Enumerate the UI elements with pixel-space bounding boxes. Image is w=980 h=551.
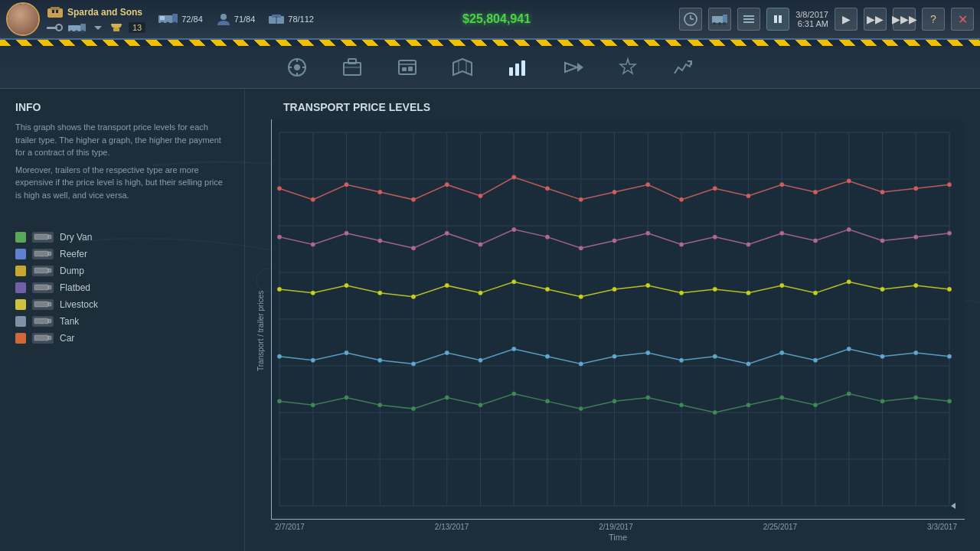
svg-point-203	[311, 403, 315, 407]
nav-finances[interactable]	[395, 55, 420, 80]
svg-point-172	[679, 291, 684, 295]
svg-point-213	[645, 395, 650, 399]
svg-rect-71	[34, 285, 48, 290]
drivers-stat-value: 71/84	[234, 15, 256, 24]
svg-point-202	[277, 399, 282, 403]
svg-point-184	[377, 358, 382, 363]
svg-point-62	[44, 240, 46, 242]
info-paragraph-2: Moreover, trailers of the respective typ…	[15, 164, 229, 202]
nav-stats[interactable]	[505, 55, 530, 80]
close-button[interactable]: ✕	[951, 8, 974, 31]
legend-label: Livestock	[60, 299, 98, 310]
svg-point-174	[746, 291, 751, 295]
svg-point-177	[847, 279, 851, 284]
svg-point-171	[645, 283, 650, 288]
svg-rect-80	[48, 319, 51, 323]
svg-point-123	[445, 182, 449, 187]
info-title: INFO	[15, 101, 229, 113]
svg-marker-58	[577, 63, 583, 72]
svg-point-191	[612, 354, 617, 359]
nav-marketing[interactable]	[560, 55, 585, 80]
legend-trailer-icon	[32, 232, 54, 243]
svg-rect-35	[743, 18, 754, 20]
y-axis-label: Transport / trailer prices	[253, 119, 268, 542]
svg-point-40	[294, 64, 300, 70]
svg-point-156	[847, 227, 851, 232]
main-content: INFO This graph shows the transport pric…	[0, 89, 980, 551]
svg-point-74	[44, 290, 46, 292]
help-button[interactable]: ?	[922, 8, 945, 31]
svg-point-221	[913, 395, 918, 399]
svg-point-178	[880, 287, 885, 292]
avatar[interactable]	[6, 2, 40, 36]
pause-button[interactable]	[766, 8, 789, 31]
nav-bar	[0, 46, 980, 89]
svg-rect-68	[48, 269, 51, 272]
speed-2x-button[interactable]: ▶▶	[864, 8, 887, 31]
toolbar-icon-cup	[109, 22, 124, 33]
svg-point-173	[713, 287, 717, 292]
nav-company[interactable]	[340, 55, 364, 80]
legend-trailer-icon	[32, 299, 54, 310]
svg-point-127	[579, 197, 583, 202]
chart-wrapper: Transport / trailer prices 2/7/2017 2/13…	[253, 119, 965, 542]
chart-title: TRANSPORT PRICE LEVELS	[283, 101, 965, 113]
svg-point-160	[277, 287, 282, 292]
svg-point-81	[37, 324, 39, 326]
legend-item: Car	[15, 333, 229, 344]
legend-label: Flatbed	[60, 282, 90, 293]
info-paragraph-1: This graph shows the transport price lev…	[15, 121, 229, 159]
legend-item: Livestock	[15, 299, 229, 310]
svg-point-119	[311, 197, 315, 202]
svg-rect-36	[743, 21, 754, 23]
svg-rect-56	[521, 60, 525, 76]
svg-point-144	[445, 231, 449, 236]
clock-button[interactable]	[679, 8, 702, 31]
notification-count: 13	[129, 22, 145, 33]
svg-rect-9	[68, 25, 80, 31]
nav-achievements[interactable]	[616, 55, 640, 80]
svg-point-185	[411, 362, 416, 367]
analytics-icon	[671, 55, 695, 80]
x-axis: 2/7/2017 2/13/2017 2/19/2017 2/25/2017 3…	[271, 523, 965, 542]
svg-point-69	[37, 273, 39, 276]
svg-point-33	[723, 22, 726, 25]
company-nav-icon	[340, 55, 364, 80]
svg-point-138	[947, 182, 952, 187]
time-value: 6:31 AM	[795, 19, 828, 28]
nav-dashboard[interactable]	[285, 55, 309, 80]
legend-color-swatch	[15, 249, 26, 259]
nav-map[interactable]	[450, 55, 475, 80]
nav-analytics[interactable]	[671, 55, 695, 80]
svg-rect-63	[34, 251, 48, 256]
legend-trailer-icon	[32, 249, 54, 259]
svg-rect-6	[56, 10, 58, 13]
chart-legend: Dry Van Reefer Dump	[15, 232, 229, 344]
svg-point-126	[545, 186, 550, 191]
svg-point-146	[511, 227, 516, 232]
svg-point-164	[411, 295, 416, 299]
company-section: Sparda and Sons 13	[46, 5, 145, 33]
svg-rect-72	[48, 285, 51, 289]
svg-point-143	[411, 246, 416, 250]
svg-rect-21	[160, 16, 165, 20]
svg-point-148	[579, 246, 583, 250]
svg-point-137	[913, 186, 918, 191]
svg-point-66	[44, 256, 46, 259]
truck-management-button[interactable]	[708, 8, 731, 31]
x-label-2: 2/19/2017	[599, 523, 633, 531]
legend-item: Dump	[15, 266, 229, 276]
trucks-stat-value: 72/84	[181, 15, 203, 24]
svg-point-154	[779, 231, 784, 236]
svg-point-169	[579, 295, 583, 299]
toolbar-icon-dropdown[interactable]	[92, 22, 104, 33]
svg-point-134	[813, 190, 818, 194]
svg-point-149	[612, 239, 617, 243]
speed-1x-button[interactable]: ▶	[835, 8, 858, 31]
menu-button[interactable]	[737, 8, 760, 31]
svg-rect-5	[52, 10, 54, 13]
svg-point-182	[311, 358, 315, 363]
speed-3x-button[interactable]: ▶▶▶	[893, 8, 916, 31]
svg-rect-15	[113, 28, 119, 31]
svg-point-130	[679, 197, 684, 202]
